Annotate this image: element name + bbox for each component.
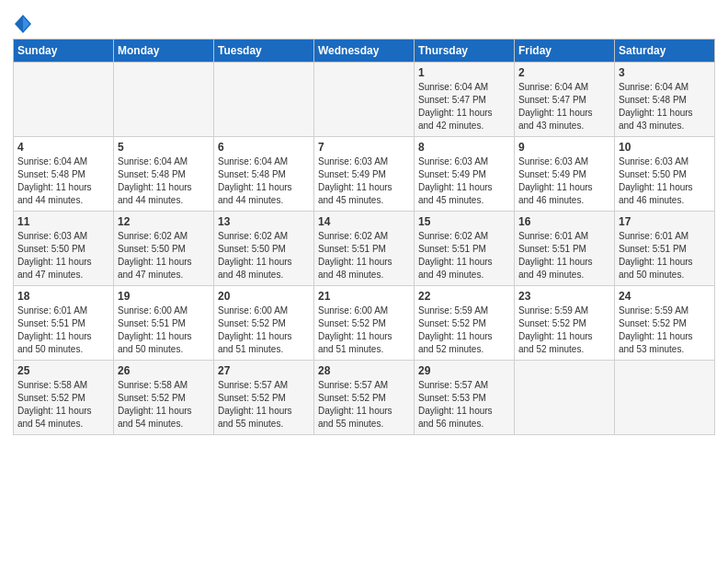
day-info: Sunrise: 6:00 AM Sunset: 5:52 PM Dayligh…	[218, 304, 310, 356]
day-number: 27	[218, 364, 310, 377]
weekday-header-wednesday: Wednesday	[314, 40, 415, 63]
day-info: Sunrise: 6:04 AM Sunset: 5:47 PM Dayligh…	[518, 81, 610, 132]
weekday-header-friday: Friday	[515, 40, 615, 63]
calendar-cell: 12Sunrise: 6:02 AM Sunset: 5:50 PM Dayli…	[114, 212, 214, 286]
day-info: Sunrise: 5:57 AM Sunset: 5:52 PM Dayligh…	[318, 379, 410, 431]
day-number: 3	[619, 66, 711, 79]
day-number: 18	[17, 290, 109, 303]
day-info: Sunrise: 5:59 AM Sunset: 5:52 PM Dayligh…	[418, 304, 510, 356]
day-number: 22	[418, 290, 510, 303]
day-info: Sunrise: 6:03 AM Sunset: 5:49 PM Dayligh…	[518, 155, 610, 207]
day-info: Sunrise: 6:01 AM Sunset: 5:51 PM Dayligh…	[518, 230, 610, 282]
day-number: 10	[619, 141, 711, 154]
day-info: Sunrise: 6:04 AM Sunset: 5:48 PM Dayligh…	[118, 155, 210, 207]
day-info: Sunrise: 5:57 AM Sunset: 5:53 PM Dayligh…	[418, 379, 510, 431]
weekday-header-monday: Monday	[114, 40, 214, 63]
calendar-cell: 3Sunrise: 6:04 AM Sunset: 5:48 PM Daylig…	[615, 63, 715, 137]
weekday-header-tuesday: Tuesday	[214, 40, 314, 63]
logo	[13, 15, 31, 33]
day-info: Sunrise: 6:04 AM Sunset: 5:48 PM Dayligh…	[17, 155, 109, 207]
day-number: 4	[17, 141, 109, 154]
day-info: Sunrise: 6:02 AM Sunset: 5:50 PM Dayligh…	[118, 230, 210, 282]
day-number: 17	[619, 215, 711, 228]
calendar-week-4: 25Sunrise: 5:58 AM Sunset: 5:52 PM Dayli…	[14, 361, 715, 435]
day-info: Sunrise: 6:03 AM Sunset: 5:49 PM Dayligh…	[318, 155, 410, 207]
day-info: Sunrise: 6:03 AM Sunset: 5:50 PM Dayligh…	[619, 155, 711, 207]
day-info: Sunrise: 5:59 AM Sunset: 5:52 PM Dayligh…	[619, 304, 711, 356]
day-info: Sunrise: 6:02 AM Sunset: 5:50 PM Dayligh…	[218, 230, 310, 282]
day-info: Sunrise: 6:00 AM Sunset: 5:51 PM Dayligh…	[118, 304, 210, 356]
calendar-cell: 6Sunrise: 6:04 AM Sunset: 5:48 PM Daylig…	[214, 137, 314, 212]
day-number: 25	[17, 364, 109, 377]
calendar-cell: 21Sunrise: 6:00 AM Sunset: 5:52 PM Dayli…	[314, 286, 415, 361]
day-number: 13	[218, 215, 310, 228]
day-number: 21	[318, 290, 410, 303]
weekday-header-sunday: Sunday	[14, 40, 114, 63]
day-info: Sunrise: 6:00 AM Sunset: 5:52 PM Dayligh…	[318, 304, 410, 356]
day-number: 15	[418, 215, 510, 228]
day-info: Sunrise: 6:03 AM Sunset: 5:49 PM Dayligh…	[418, 155, 510, 207]
calendar-cell: 18Sunrise: 6:01 AM Sunset: 5:51 PM Dayli…	[14, 286, 114, 361]
day-number: 24	[619, 290, 711, 303]
day-info: Sunrise: 5:57 AM Sunset: 5:52 PM Dayligh…	[218, 379, 310, 431]
calendar-cell: 29Sunrise: 5:57 AM Sunset: 5:53 PM Dayli…	[415, 361, 515, 435]
day-info: Sunrise: 6:01 AM Sunset: 5:51 PM Dayligh…	[17, 304, 109, 356]
day-number: 6	[218, 141, 310, 154]
calendar-cell: 10Sunrise: 6:03 AM Sunset: 5:50 PM Dayli…	[615, 137, 715, 212]
day-number: 8	[418, 141, 510, 154]
calendar-week-1: 4Sunrise: 6:04 AM Sunset: 5:48 PM Daylig…	[14, 137, 715, 212]
calendar-cell	[14, 63, 114, 137]
weekday-header-thursday: Thursday	[415, 40, 515, 63]
day-number: 29	[418, 364, 510, 377]
day-info: Sunrise: 5:58 AM Sunset: 5:52 PM Dayligh…	[17, 379, 109, 431]
day-number: 1	[418, 66, 510, 79]
calendar-week-2: 11Sunrise: 6:03 AM Sunset: 5:50 PM Dayli…	[14, 212, 715, 286]
calendar-cell: 13Sunrise: 6:02 AM Sunset: 5:50 PM Dayli…	[214, 212, 314, 286]
day-number: 23	[518, 290, 610, 303]
day-info: Sunrise: 5:59 AM Sunset: 5:52 PM Dayligh…	[518, 304, 610, 356]
logo-icon	[15, 15, 31, 33]
weekday-header-saturday: Saturday	[615, 40, 715, 63]
day-info: Sunrise: 6:03 AM Sunset: 5:50 PM Dayligh…	[17, 230, 109, 282]
calendar-cell	[515, 361, 615, 435]
day-info: Sunrise: 6:01 AM Sunset: 5:51 PM Dayligh…	[619, 230, 711, 282]
calendar-cell	[615, 361, 715, 435]
day-info: Sunrise: 6:04 AM Sunset: 5:48 PM Dayligh…	[619, 81, 711, 132]
calendar-cell: 20Sunrise: 6:00 AM Sunset: 5:52 PM Dayli…	[214, 286, 314, 361]
day-info: Sunrise: 6:04 AM Sunset: 5:47 PM Dayligh…	[418, 81, 510, 132]
day-number: 9	[518, 141, 610, 154]
calendar-cell: 2Sunrise: 6:04 AM Sunset: 5:47 PM Daylig…	[515, 63, 615, 137]
calendar-week-0: 1Sunrise: 6:04 AM Sunset: 5:47 PM Daylig…	[14, 63, 715, 137]
calendar-cell: 24Sunrise: 5:59 AM Sunset: 5:52 PM Dayli…	[615, 286, 715, 361]
calendar-body: 1Sunrise: 6:04 AM Sunset: 5:47 PM Daylig…	[14, 63, 715, 435]
calendar-cell: 19Sunrise: 6:00 AM Sunset: 5:51 PM Dayli…	[114, 286, 214, 361]
calendar-cell	[314, 63, 415, 137]
day-number: 16	[518, 215, 610, 228]
calendar-cell: 9Sunrise: 6:03 AM Sunset: 5:49 PM Daylig…	[515, 137, 615, 212]
calendar-cell: 8Sunrise: 6:03 AM Sunset: 5:49 PM Daylig…	[415, 137, 515, 212]
calendar-cell: 11Sunrise: 6:03 AM Sunset: 5:50 PM Dayli…	[14, 212, 114, 286]
calendar-cell: 7Sunrise: 6:03 AM Sunset: 5:49 PM Daylig…	[314, 137, 415, 212]
day-number: 7	[318, 141, 410, 154]
calendar-cell: 16Sunrise: 6:01 AM Sunset: 5:51 PM Dayli…	[515, 212, 615, 286]
weekday-header-row: SundayMondayTuesdayWednesdayThursdayFrid…	[14, 40, 715, 63]
calendar-cell	[214, 63, 314, 137]
calendar-cell: 22Sunrise: 5:59 AM Sunset: 5:52 PM Dayli…	[415, 286, 515, 361]
day-number: 2	[518, 66, 610, 79]
calendar-cell: 27Sunrise: 5:57 AM Sunset: 5:52 PM Dayli…	[214, 361, 314, 435]
day-info: Sunrise: 5:58 AM Sunset: 5:52 PM Dayligh…	[118, 379, 210, 431]
day-number: 28	[318, 364, 410, 377]
calendar-cell: 26Sunrise: 5:58 AM Sunset: 5:52 PM Dayli…	[114, 361, 214, 435]
header	[13, 9, 715, 33]
calendar-cell: 4Sunrise: 6:04 AM Sunset: 5:48 PM Daylig…	[14, 137, 114, 212]
day-info: Sunrise: 6:02 AM Sunset: 5:51 PM Dayligh…	[418, 230, 510, 282]
day-number: 20	[218, 290, 310, 303]
calendar-table: SundayMondayTuesdayWednesdayThursdayFrid…	[13, 39, 715, 435]
calendar-week-3: 18Sunrise: 6:01 AM Sunset: 5:51 PM Dayli…	[14, 286, 715, 361]
calendar-cell: 1Sunrise: 6:04 AM Sunset: 5:47 PM Daylig…	[415, 63, 515, 137]
calendar-cell: 23Sunrise: 5:59 AM Sunset: 5:52 PM Dayli…	[515, 286, 615, 361]
calendar-cell	[114, 63, 214, 137]
day-number: 26	[118, 364, 210, 377]
day-info: Sunrise: 6:02 AM Sunset: 5:51 PM Dayligh…	[318, 230, 410, 282]
calendar-cell: 28Sunrise: 5:57 AM Sunset: 5:52 PM Dayli…	[314, 361, 415, 435]
